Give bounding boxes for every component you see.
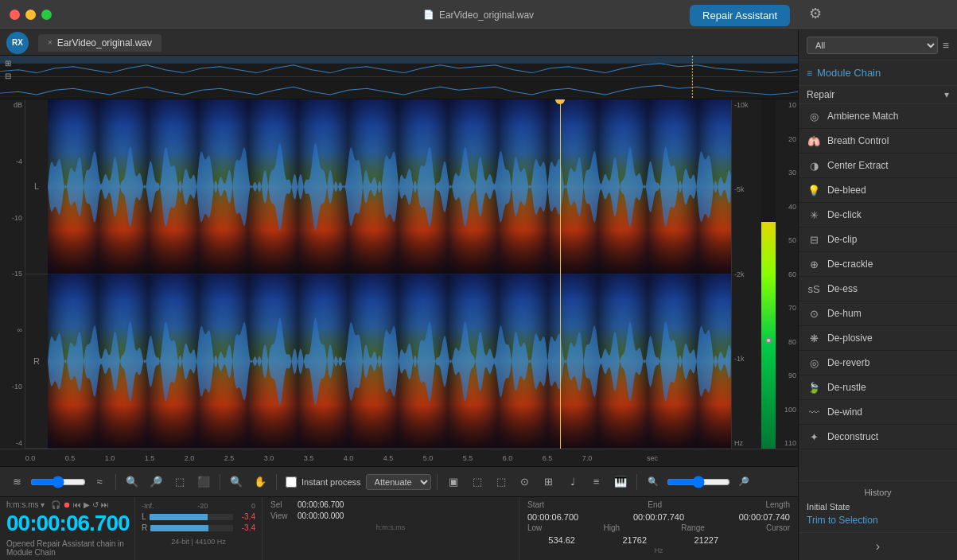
loop-icon[interactable]: ↺ [92, 500, 99, 509]
tick-1: 1.0 [105, 454, 115, 462]
module-item-deconstruct[interactable]: ✦ Deconstruct [799, 425, 957, 449]
record-icon[interactable]: ⏺ [63, 500, 71, 509]
de-reverb-icon: ◎ [807, 356, 821, 370]
trim-to-selection-button[interactable]: Trim to Selection [807, 515, 949, 526]
brush-button[interactable]: ⊞ [539, 472, 559, 492]
zoom-slider[interactable] [667, 476, 730, 488]
low-val: 534.62 [527, 535, 575, 545]
close-traffic-light[interactable] [10, 10, 20, 20]
headphones-icon[interactable]: 🎧 [51, 500, 60, 509]
sel-start-val: 00:00:06.700 [298, 500, 344, 509]
center-extract-name: Center Extract [827, 160, 889, 171]
tick-0: 0.0 [25, 454, 36, 462]
module-item-de-plosive[interactable]: ❋ De-plosive [799, 326, 957, 351]
zoom-in-right-button[interactable]: 🔎 [733, 472, 754, 492]
zoom-fit-button[interactable]: ⬛ [193, 472, 214, 492]
end-header: End [648, 500, 662, 509]
magnify-tool-button[interactable]: 🔍 [226, 472, 247, 492]
level-bar-r [150, 525, 233, 531]
level-fill-r [150, 525, 208, 531]
file-tab[interactable]: × EarVideo_original.wav [38, 34, 161, 52]
vu-indicator [765, 337, 772, 344]
time-format: h:m:s.ms ▾ 🎧 ⏺ ⏮ ▶ ↺ ⏭ [6, 500, 128, 509]
zoom-out-right-button[interactable]: 🔍 [643, 472, 663, 492]
freq-metrics-row: 534.62 21762 21227 [527, 535, 790, 545]
history-label: History [807, 488, 949, 497]
de-rustle-name: De-rustle [827, 382, 866, 393]
freq-scale: -10k -5k -2k -1k Hz [731, 99, 761, 449]
vu-meter [761, 99, 776, 449]
repair-dropdown[interactable]: Repair ▾ [799, 86, 957, 104]
module-item-de-bleed[interactable]: 💡 De-bleed [799, 178, 957, 203]
module-item-de-click[interactable]: ✳ De-click [799, 203, 957, 228]
de-hum-icon: ⊙ [807, 306, 821, 321]
to-end-icon[interactable]: ⏭ [101, 500, 109, 509]
de-hum-name: De-hum [827, 308, 862, 319]
toolbar: ≋ ≈ 🔍 🔎 ⬚ ⬛ 🔍 ✋ Instant process Attenuat… [0, 466, 798, 496]
module-chain-header: ≡ Module Chain [799, 60, 957, 86]
sel-label: Sel [270, 500, 294, 509]
overview-waveform[interactable]: ⊞ ⊟ [0, 56, 798, 99]
more-button[interactable]: › [799, 532, 957, 560]
channel-labels: L R [25, 99, 48, 449]
right-header: All ≡ [799, 30, 957, 60]
timecode-section: h:m:s.ms ▾ 🎧 ⏺ ⏮ ▶ ↺ ⏭ 00:00:06.700 Open… [0, 497, 135, 560]
module-item-breath-control[interactable]: 🫁 Breath Control [799, 129, 957, 154]
freq-select-button[interactable]: ⬚ [491, 472, 512, 492]
module-item-ambience-match[interactable]: ◎ Ambience Match [799, 104, 957, 129]
zoom-out-button[interactable]: 🔍 [122, 472, 142, 492]
module-item-de-reverb[interactable]: ◎ De-reverb [799, 351, 957, 375]
attenuate-select[interactable]: Attenuate Replace Cut [366, 474, 431, 490]
breath-control-icon: 🫁 [807, 134, 821, 148]
piano-button[interactable]: 🎹 [610, 472, 631, 492]
module-item-de-rustle[interactable]: 🍃 De-rustle [799, 375, 957, 400]
module-item-de-ess[interactable]: sS De-ess [799, 277, 957, 301]
tick-45: 4.5 [383, 454, 394, 462]
play-icon[interactable]: ▶ [84, 500, 90, 509]
expand-icon[interactable]: ⊞ [5, 59, 11, 68]
spectrogram-area[interactable] [48, 99, 731, 449]
de-plosive-icon: ❋ [807, 331, 821, 345]
channel-r: R [142, 523, 147, 532]
de-bleed-icon: 💡 [807, 183, 821, 197]
right-panel: All ≡ ≡ Module Chain Repair ▾ ◎ Ambience… [798, 30, 957, 560]
lasso-button[interactable]: ⊙ [515, 472, 535, 492]
logo-icon: RX [6, 32, 29, 54]
spectrogram-canvas [48, 99, 731, 449]
tick-4: 4.0 [344, 454, 354, 462]
de-wind-name: De-wind [827, 406, 862, 418]
maximize-traffic-light[interactable] [41, 10, 52, 20]
hand-tool-button[interactable]: ✋ [250, 472, 270, 492]
time-select-button[interactable]: ⬚ [467, 472, 488, 492]
waveform-view-button[interactable]: ≋ [6, 472, 27, 492]
de-click-name: De-click [827, 209, 862, 220]
module-item-de-crackle[interactable]: ⊕ De-crackle [799, 252, 957, 277]
tab-close-button[interactable]: × [48, 38, 53, 47]
level-labels-row: -Inf. -20 0 [142, 502, 255, 510]
instant-process-checkbox[interactable] [286, 476, 297, 488]
module-item-de-wind[interactable]: 〰 De-wind [799, 400, 957, 425]
channels-button[interactable]: ≡ [586, 472, 607, 492]
rewind-icon[interactable]: ⏮ [73, 500, 81, 509]
amplitude-zoom-slider[interactable] [30, 476, 86, 488]
spectrogram-view-button[interactable]: ≈ [89, 472, 110, 492]
svg-rect-4 [0, 56, 798, 64]
module-item-de-clip[interactable]: ⊟ De-clip [799, 228, 957, 252]
module-item-de-hum[interactable]: ⊙ De-hum [799, 301, 957, 326]
start-header: Start [527, 500, 544, 509]
select-tool-button[interactable]: ▣ [443, 472, 464, 492]
module-item-center-extract[interactable]: ◑ Center Extract [799, 154, 957, 178]
zoom-selection-button[interactable]: ⬚ [169, 472, 190, 492]
harmonic-button[interactable]: ♩ [562, 472, 583, 492]
de-plosive-name: De-plosive [827, 332, 873, 344]
module-chain-label: Module Chain [817, 67, 881, 79]
de-wind-icon: 〰 [807, 405, 821, 419]
collapse-icon[interactable]: ⊟ [5, 72, 11, 80]
metrics-section: Start End Length 00:00:06.700 00:00:07.7… [519, 497, 798, 560]
hz-label: Hz [527, 546, 790, 554]
menu-icon[interactable]: ≡ [943, 39, 949, 52]
vu-20: 20 [776, 135, 798, 143]
module-filter-select[interactable]: All [807, 37, 938, 54]
zoom-in-button[interactable]: 🔎 [146, 472, 166, 492]
minimize-traffic-light[interactable] [25, 10, 36, 20]
